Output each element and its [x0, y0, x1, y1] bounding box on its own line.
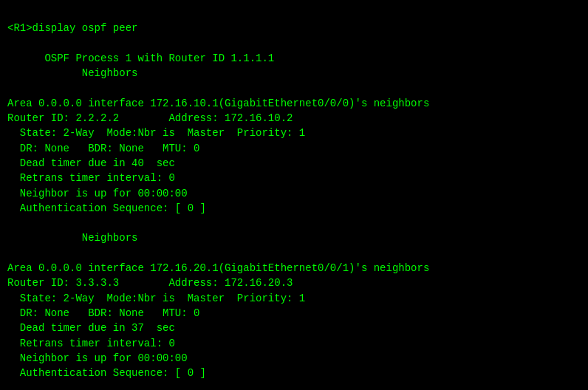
terminal-line: State: 2-Way Mode:Nbr is Master Priority… — [7, 291, 581, 306]
terminal-line: Authentication Sequence: [ 0 ] — [7, 366, 581, 380]
terminal-line: Authentication Sequence: [ 0 ] — [7, 201, 581, 216]
terminal-line — [7, 380, 581, 390]
terminal-line: State: 2-Way Mode:Nbr is Master Priority… — [7, 126, 581, 140]
terminal-line: Area 0.0.0.0 interface 172.16.20.1(Gigab… — [7, 261, 581, 276]
terminal-line: DR: None BDR: None MTU: 0 — [7, 306, 581, 321]
terminal-line — [7, 81, 581, 95]
terminal-line: Neighbor is up for 00:00:00 — [7, 351, 581, 366]
terminal-line — [7, 216, 581, 230]
terminal-line: Area 0.0.0.0 interface 172.16.10.1(Gigab… — [7, 96, 581, 111]
terminal-line: Router ID: 2.2.2.2 Address: 172.16.10.2 — [7, 111, 581, 126]
terminal-line: DR: None BDR: None MTU: 0 — [7, 141, 581, 156]
terminal-line: OSPF Process 1 with Router ID 1.1.1.1 — [7, 51, 581, 66]
terminal-line: Neighbor is up for 00:00:00 — [7, 186, 581, 201]
terminal-line — [7, 36, 581, 51]
terminal-line: Dead timer due in 37 sec — [7, 321, 581, 335]
terminal-line: Neighbors — [7, 230, 581, 245]
terminal-line — [7, 246, 581, 261]
terminal-line: <R1>display ospf peer — [7, 21, 581, 35]
terminal-line: Retrans timer interval: 0 — [7, 171, 581, 185]
terminal-line: Dead timer due in 40 sec — [7, 156, 581, 171]
terminal-window: <R1>display ospf peer OSPF Process 1 wit… — [0, 0, 588, 390]
terminal-line: Router ID: 3.3.3.3 Address: 172.16.20.3 — [7, 276, 581, 290]
terminal-line: Neighbors — [7, 66, 581, 81]
terminal-line: Retrans timer interval: 0 — [7, 336, 581, 351]
